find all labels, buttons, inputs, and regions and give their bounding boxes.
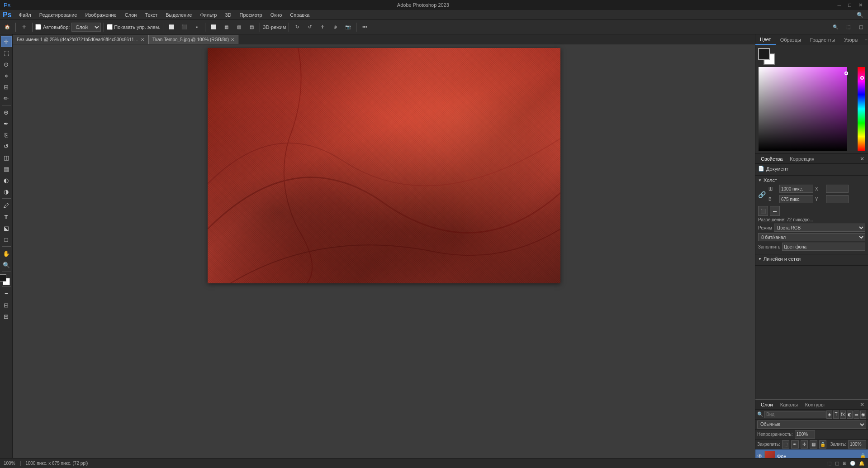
lock-position-btn[interactable]: ✛ <box>801 440 808 449</box>
distribute-btn4[interactable]: ▤ <box>246 22 257 33</box>
panel-options-btn[interactable]: ≡ <box>863 37 868 43</box>
lock-all-btn[interactable]: 🔒 <box>819 440 827 449</box>
crop-tool[interactable]: ⊞ <box>1 81 12 92</box>
autoselect-dropdown[interactable]: Слой Группа <box>71 23 101 32</box>
landscape-btn[interactable]: ▬ <box>770 206 780 216</box>
dodge-tool[interactable]: ◑ <box>1 186 12 197</box>
fill-input[interactable] <box>782 243 865 251</box>
mode-select[interactable]: Цвета RGB CMYK Оттенки серого <box>774 224 865 232</box>
align-center-btn[interactable]: ⬛ <box>179 22 190 33</box>
document-section-header[interactable]: 📄 Документ <box>758 166 865 172</box>
autoselect-label[interactable]: Автовыбор: <box>43 24 70 30</box>
tab-patterns[interactable]: Узоры <box>840 34 863 45</box>
history-brush-tool[interactable]: ↺ <box>1 141 12 152</box>
gradient-hue-slider[interactable] <box>858 67 865 151</box>
selection-marquee-tool[interactable]: ⬚ <box>1 48 12 58</box>
fill-percent-input[interactable] <box>848 440 866 449</box>
hand-tool[interactable]: ✋ <box>1 248 12 259</box>
lock-artboard-btn[interactable]: ▦ <box>810 440 817 449</box>
portrait-btn[interactable]: ⬛ <box>758 206 768 216</box>
camera-btn[interactable]: 📷 <box>342 22 353 33</box>
layer-filter-kind-btn[interactable]: ◈ <box>826 411 832 419</box>
layer-filter-effect-btn[interactable]: fx <box>840 411 846 419</box>
layer-filter-type-btn[interactable]: T <box>833 411 839 419</box>
autoselect-checkbox[interactable] <box>35 24 41 30</box>
document-canvas[interactable] <box>208 48 560 283</box>
more-btn[interactable]: ••• <box>359 22 370 33</box>
pen-tool[interactable]: 🖊 <box>1 200 12 211</box>
foreground-color-swatch[interactable] <box>0 274 6 282</box>
show-transform-label[interactable]: Показать упр. элем. <box>107 24 160 30</box>
tab-gradients[interactable]: Градиенты <box>806 34 840 45</box>
tab-color[interactable]: Цвет <box>755 34 776 45</box>
search-btn[interactable]: 🔍 <box>830 22 841 33</box>
menu-item-text[interactable]: Текст <box>141 11 161 19</box>
menu-item-view[interactable]: Просмотр <box>236 11 266 19</box>
close-btn[interactable]: ✕ <box>857 2 864 8</box>
lasso-tool[interactable]: ⊙ <box>1 59 12 70</box>
menu-item-filter[interactable]: Фильтр <box>196 11 220 19</box>
quick-selection-tool[interactable]: ⋄ <box>1 70 12 81</box>
healing-brush-tool[interactable]: ⊕ <box>1 107 12 118</box>
height-input[interactable] <box>779 195 813 203</box>
layer-filter-color-btn[interactable]: ◉ <box>860 411 866 419</box>
tab-close-2[interactable]: ✕ <box>231 37 234 42</box>
move-options-btn[interactable]: ✛ <box>19 22 29 33</box>
tab-properties[interactable]: Свойства <box>757 155 786 162</box>
guides-section-header[interactable]: ▼ Линейки и сетки <box>758 256 865 262</box>
home-btn[interactable]: 🏠 <box>2 22 13 33</box>
depth-select[interactable]: 8 бит/канал 16 бит/канал 32 бит/канал <box>758 233 865 241</box>
gradient-saturation-lightness[interactable] <box>759 67 847 151</box>
zoom-tool[interactable]: 🔍 <box>1 259 12 270</box>
gradient-picker[interactable] <box>759 67 865 151</box>
move-tool[interactable]: ✛ <box>1 36 12 47</box>
rotate-btn[interactable]: ↻ <box>292 22 303 33</box>
distribute-btn2[interactable]: ▦ <box>221 22 232 33</box>
x-input[interactable] <box>826 185 849 193</box>
minimize-btn[interactable]: ─ <box>836 2 843 8</box>
canvas-section-header[interactable]: ▼ Холст <box>758 177 865 183</box>
align-left-btn[interactable]: ⬜ <box>166 22 177 33</box>
clone-stamp-tool[interactable]: ⎘ <box>1 129 12 140</box>
tab-correction[interactable]: Коррекция <box>786 155 818 162</box>
layer-item-background[interactable]: 👁 Фон 🔒 <box>755 449 868 458</box>
menu-item-window[interactable]: Окно <box>267 11 286 19</box>
maximize-btn[interactable]: □ <box>846 2 853 8</box>
y-input[interactable] <box>826 195 849 203</box>
show-transform-checkbox[interactable] <box>107 24 113 30</box>
blur-tool[interactable]: ◐ <box>1 175 12 186</box>
gradient-tool[interactable]: ▦ <box>1 163 12 174</box>
menu-item-help[interactable]: Справка <box>286 11 313 19</box>
menu-item-edit[interactable]: Редактирование <box>36 11 81 19</box>
extra-tools-btn2[interactable]: ⊞ <box>1 311 12 322</box>
distribute-btn3[interactable]: ▧ <box>233 22 244 33</box>
eyedropper-tool[interactable]: ✏ <box>1 93 12 104</box>
eraser-tool[interactable]: ◫ <box>1 152 12 163</box>
text-tool[interactable]: T <box>1 211 12 222</box>
shape-tool[interactable]: □ <box>1 234 12 245</box>
opacity-input[interactable] <box>795 430 815 439</box>
pan-btn[interactable]: ✛ <box>317 22 328 33</box>
blend-mode-select[interactable]: Обычные Растворение Умножение Осветление <box>757 420 866 429</box>
brush-tool[interactable]: ✒ <box>1 118 12 129</box>
tab-swatches[interactable]: Образцы <box>776 34 806 45</box>
menu-item-layers[interactable]: Слои <box>121 11 141 19</box>
distribute-btn1[interactable]: ⬜ <box>208 22 219 33</box>
menu-item-3d[interactable]: 3D <box>221 11 235 19</box>
layer-visibility-eye[interactable]: 👁 <box>757 453 763 458</box>
orbit-btn[interactable]: ↺ <box>304 22 315 33</box>
tab-layers[interactable]: Слои <box>757 401 777 408</box>
menu-item-file[interactable]: Файл <box>15 11 35 19</box>
align-right-btn[interactable]: ▪ <box>191 22 202 33</box>
tab-close-1[interactable]: ✕ <box>141 37 144 42</box>
extra-tools-btn1[interactable]: ⊟ <box>1 300 12 310</box>
path-selection-tool[interactable]: ⬕ <box>1 223 12 234</box>
width-input[interactable] <box>779 185 813 193</box>
lock-transparent-btn[interactable]: ⬚ <box>782 440 790 449</box>
layer-name[interactable]: Фон <box>777 454 858 458</box>
more-tools-btn[interactable]: ••• <box>1 288 12 299</box>
zoom-3d-btn[interactable]: ⊕ <box>330 22 341 33</box>
layers-panel-close[interactable]: ✕ <box>858 401 866 408</box>
tab-channels[interactable]: Каналы <box>777 401 802 408</box>
view-toggle-btn[interactable]: ⬚ <box>843 22 854 33</box>
